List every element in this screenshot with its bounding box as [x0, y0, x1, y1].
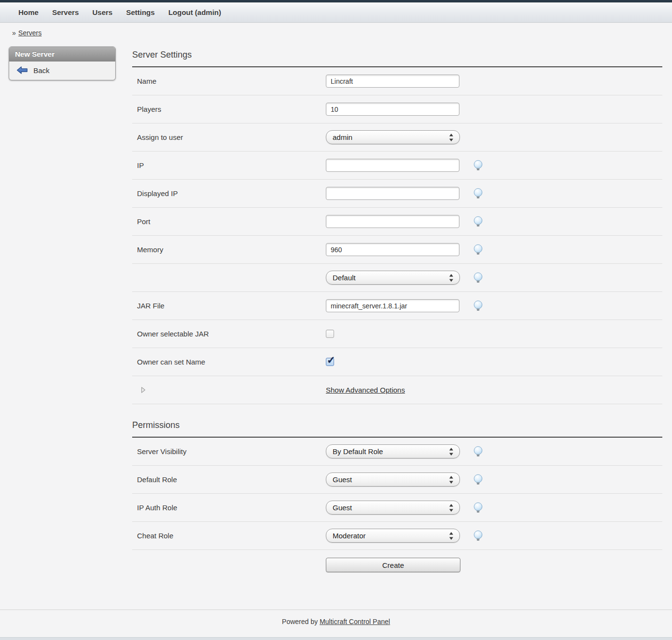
updown-arrows-icon — [449, 274, 454, 282]
nav-item-servers[interactable]: Servers — [52, 8, 79, 16]
nav-item-home[interactable]: Home — [18, 8, 39, 16]
memory-hint-bulb-icon[interactable] — [473, 244, 484, 255]
memory-input[interactable] — [326, 243, 459, 256]
server-visibility-hint-bulb-icon[interactable] — [473, 446, 484, 457]
create-button[interactable]: Create — [326, 558, 460, 572]
page-body: »Servers New Server Back — [0, 23, 672, 580]
form-row-ip: IP — [132, 152, 662, 180]
players-input[interactable] — [326, 103, 459, 116]
main-nav: Home Servers Users Settings Logout (admi… — [0, 2, 672, 23]
form-row-port: Port — [132, 208, 662, 236]
nav-item-settings[interactable]: Settings — [126, 8, 154, 16]
cheat-role-select[interactable]: Moderator — [326, 529, 460, 543]
updown-arrows-icon — [449, 448, 454, 456]
displayed-ip-label: Displayed IP — [132, 189, 326, 198]
form-row-advanced-options: Show Advanced Options — [132, 376, 662, 404]
form-row-assign-to-user: Assign to user admin — [132, 123, 662, 152]
updown-arrows-icon — [449, 134, 454, 141]
form-row-create: Create — [132, 550, 662, 580]
form-row-default-role: Default Role Guest — [132, 466, 662, 494]
back-arrow-icon — [16, 66, 28, 75]
updown-arrows-icon — [449, 476, 454, 484]
ip-auth-role-selected-value: Guest — [333, 503, 352, 512]
default-selected-value: Default — [333, 274, 356, 282]
breadcrumb-symbol: » — [12, 29, 16, 37]
default-role-selected-value: Guest — [333, 475, 352, 484]
ip-label: IP — [132, 161, 326, 169]
port-label: Port — [132, 217, 326, 226]
owner-can-set-name-label: Owner can set Name — [132, 358, 326, 366]
ip-auth-role-label: IP Auth Role — [132, 503, 326, 512]
default-hint-bulb-icon[interactable] — [473, 272, 484, 283]
checkmark-icon: ✓ — [327, 354, 336, 366]
cheat-role-selected-value: Moderator — [333, 532, 366, 540]
port-input[interactable] — [326, 215, 459, 228]
server-visibility-select[interactable]: By Default Role — [326, 444, 460, 458]
jar-file-input[interactable] — [326, 299, 459, 312]
footer: Powered by Multicraft Control Panel — [0, 610, 672, 625]
footer-text: Powered by — [282, 618, 318, 625]
form-row-displayed-ip: Displayed IP — [132, 180, 662, 208]
form-row-owner-selectable-jar: Owner selectable JAR ✓ — [132, 320, 662, 348]
form-row-default-dropdown: Default — [132, 264, 662, 292]
form-row-cheat-role: Cheat Role Moderator — [132, 522, 662, 550]
nav-item-users[interactable]: Users — [92, 8, 113, 16]
nav-item-logout[interactable]: Logout (admin) — [168, 8, 221, 16]
form-row-jar-file: JAR File — [132, 292, 662, 320]
form-row-ip-auth-role: IP Auth Role Guest — [132, 494, 662, 522]
breadcrumb: »Servers — [0, 23, 672, 37]
form-row-name: Name — [132, 67, 662, 95]
assign-to-user-label: Assign to user — [132, 133, 326, 141]
breadcrumb-link-servers[interactable]: Servers — [18, 29, 42, 37]
sidebar-panel: New Server Back — [9, 46, 116, 80]
sidebar-panel-title: New Server — [9, 47, 115, 61]
sidebar-panel-body: Back — [9, 61, 115, 80]
assign-to-user-selected-value: admin — [333, 133, 352, 141]
owner-selectable-jar-checkbox[interactable]: ✓ — [326, 330, 334, 338]
bottom-strip — [0, 637, 672, 640]
default-role-hint-bulb-icon[interactable] — [473, 474, 484, 485]
form-row-server-visibility: Server Visibility By Default Role — [132, 438, 662, 466]
players-label: Players — [132, 105, 326, 113]
updown-arrows-icon — [449, 504, 454, 512]
cheat-role-hint-bulb-icon[interactable] — [473, 530, 484, 541]
assign-to-user-select[interactable]: admin — [326, 130, 460, 144]
displayed-ip-hint-bulb-icon[interactable] — [473, 188, 484, 199]
footer-multicraft-link[interactable]: Multicraft Control Panel — [320, 618, 390, 625]
ip-auth-role-hint-bulb-icon[interactable] — [473, 502, 484, 513]
form-row-memory: Memory — [132, 236, 662, 264]
updown-arrows-icon — [449, 532, 454, 540]
owner-can-set-name-checkbox[interactable]: ✓ — [326, 358, 334, 366]
form-row-players: Players — [132, 95, 662, 123]
server-settings-heading: Server Settings — [132, 50, 662, 66]
form-area: Server Settings Name Players Assign to u… — [132, 37, 662, 580]
ip-auth-role-select[interactable]: Guest — [326, 501, 460, 515]
default-role-select[interactable]: Guest — [326, 472, 460, 487]
permissions-section: Permissions Server Visibility By Default… — [132, 420, 662, 580]
form-row-owner-can-set-name: Owner can set Name ✓ — [132, 348, 662, 376]
show-advanced-options-link[interactable]: Show Advanced Options — [326, 386, 405, 394]
permissions-heading: Permissions — [132, 420, 662, 437]
displayed-ip-input[interactable] — [326, 187, 459, 200]
owner-selectable-jar-label: Owner selectable JAR — [132, 330, 326, 338]
server-visibility-selected-value: By Default Role — [333, 447, 383, 456]
port-hint-bulb-icon[interactable] — [473, 216, 484, 227]
ip-hint-bulb-icon[interactable] — [473, 160, 484, 171]
jar-file-label: JAR File — [132, 302, 326, 310]
disclosure-triangle-icon[interactable] — [141, 387, 146, 393]
cheat-role-label: Cheat Role — [132, 532, 326, 540]
back-button[interactable]: Back — [9, 64, 115, 76]
default-role-label: Default Role — [132, 475, 326, 484]
advanced-options-toggle — [132, 387, 326, 393]
jar-file-hint-bulb-icon[interactable] — [473, 300, 484, 311]
name-label: Name — [132, 77, 326, 85]
back-button-label: Back — [33, 66, 49, 75]
server-visibility-label: Server Visibility — [132, 447, 326, 456]
name-input[interactable] — [326, 75, 459, 88]
memory-label: Memory — [132, 245, 326, 254]
ip-input[interactable] — [326, 159, 459, 172]
default-select[interactable]: Default — [326, 271, 460, 285]
